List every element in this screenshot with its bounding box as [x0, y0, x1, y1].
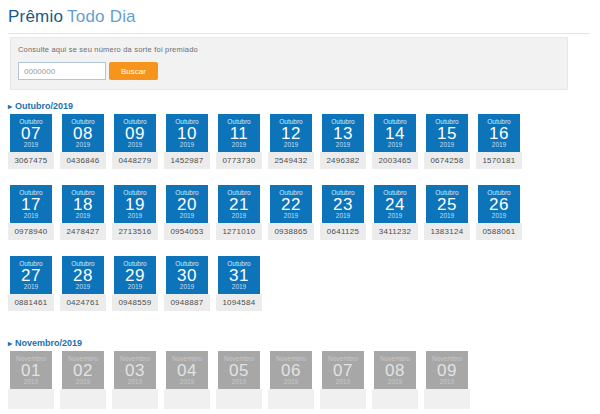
- day-tile[interactable]: Outubro 17 2019: [10, 185, 52, 223]
- day-cell: Outubro 14 2019 2003465: [372, 114, 418, 169]
- day-tile[interactable]: Outubro 18 2019: [62, 185, 104, 223]
- day-tile-year-label: 2019: [128, 141, 142, 149]
- page: PrêmioTodo Dia Consulte aqui se seu núme…: [0, 0, 600, 414]
- day-tile[interactable]: Outubro 24 2019: [374, 185, 416, 223]
- day-tile[interactable]: Outubro 08 2019: [62, 114, 104, 152]
- day-tile[interactable]: Outubro 25 2019: [426, 185, 468, 223]
- day-tile-day-number: 31: [229, 268, 249, 283]
- day-tile-year-label: 2019: [24, 283, 38, 291]
- day-cell: Outubro 12 2019 2549432: [268, 114, 314, 169]
- day-tile-year-label: 2019: [180, 283, 194, 291]
- section-arrow-icon: ▸: [8, 339, 12, 348]
- day-tile-day-number: 12: [281, 126, 301, 141]
- day-cell: Outubro 08 2019 0436846: [60, 114, 106, 169]
- winning-number: 0948559: [112, 294, 158, 311]
- winning-number: [268, 389, 314, 409]
- day-tile-day-number: 07: [21, 126, 41, 141]
- day-tile[interactable]: Outubro 23 2019: [322, 185, 364, 223]
- day-tile[interactable]: Outubro 19 2019: [114, 185, 156, 223]
- day-tile-year-label: 2019: [180, 212, 194, 220]
- day-tile-year-label: 2019: [440, 212, 454, 220]
- day-tile-day-number: 21: [229, 197, 249, 212]
- day-tile[interactable]: Outubro 11 2019: [218, 114, 260, 152]
- day-tile: Novembro 04 2019: [166, 351, 208, 389]
- winning-number: 1452987: [164, 152, 210, 169]
- day-tile-year-label: 2019: [232, 141, 246, 149]
- month-section-heading: ▸ Outubro/2019: [8, 101, 590, 111]
- winning-number: [424, 389, 470, 409]
- search-panel: Consulte aqui se seu número da sorte foi…: [10, 37, 568, 90]
- day-tile[interactable]: Outubro 26 2019: [478, 185, 520, 223]
- day-tile-year-label: 2019: [180, 141, 194, 149]
- day-tile-day-number: 15: [437, 126, 457, 141]
- day-tile[interactable]: Outubro 09 2019: [114, 114, 156, 152]
- day-tile[interactable]: Outubro 27 2019: [10, 256, 52, 294]
- day-cell: Outubro 25 2019 1383124: [424, 185, 470, 240]
- winning-number: 2003465: [372, 152, 418, 169]
- winning-number: [216, 389, 262, 409]
- day-tile-day-number: 14: [385, 126, 405, 141]
- winning-number: 1271010: [216, 223, 262, 240]
- day-tile[interactable]: Outubro 16 2019: [478, 114, 520, 152]
- search-input[interactable]: [18, 62, 106, 80]
- day-tile[interactable]: Outubro 28 2019: [62, 256, 104, 294]
- day-tile[interactable]: Outubro 13 2019: [322, 114, 364, 152]
- day-tile: Novembro 02 2019: [62, 351, 104, 389]
- month-section: ▸ Novembro/2019 Novembro 01 2019 Novembr…: [8, 338, 590, 414]
- day-tile-day-number: 22: [281, 197, 301, 212]
- day-cell: Novembro 04 2019: [164, 351, 210, 409]
- day-cell: Outubro 13 2019 2496382: [320, 114, 366, 169]
- day-tile[interactable]: Outubro 31 2019: [218, 256, 260, 294]
- day-tile[interactable]: Outubro 20 2019: [166, 185, 208, 223]
- day-tile[interactable]: Outubro 07 2019: [10, 114, 52, 152]
- day-tile-day-number: 23: [333, 197, 353, 212]
- winning-number: 2478427: [60, 223, 106, 240]
- day-tile-year-label: 2019: [24, 378, 38, 386]
- day-tile-year-label: 2019: [440, 141, 454, 149]
- day-tile-year-label: 2019: [388, 141, 402, 149]
- winning-number: 2713516: [112, 223, 158, 240]
- day-tile: Novembro 06 2019: [270, 351, 312, 389]
- winning-number: 0773730: [216, 152, 262, 169]
- day-tile-day-number: 06: [281, 363, 301, 378]
- day-tile-year-label: 2019: [24, 212, 38, 220]
- day-tile[interactable]: Outubro 30 2019: [166, 256, 208, 294]
- day-tile-day-number: 29: [125, 268, 145, 283]
- day-cell: Novembro 03 2019: [112, 351, 158, 409]
- day-cell: Outubro 28 2019 0424761: [60, 256, 106, 311]
- day-tile[interactable]: Outubro 21 2019: [218, 185, 260, 223]
- day-cell: Outubro 11 2019 0773730: [216, 114, 262, 169]
- day-tile-day-number: 01: [21, 363, 41, 378]
- day-tile: Novembro 05 2019: [218, 351, 260, 389]
- day-tile-day-number: 08: [73, 126, 93, 141]
- day-tile-year-label: 2019: [128, 283, 142, 291]
- day-tile-day-number: 13: [333, 126, 353, 141]
- day-tile: Novembro 01 2019: [10, 351, 52, 389]
- day-tile[interactable]: Outubro 22 2019: [270, 185, 312, 223]
- day-tile[interactable]: Outubro 15 2019: [426, 114, 468, 152]
- day-tile-day-number: 26: [489, 197, 509, 212]
- search-button[interactable]: Buscar: [109, 62, 158, 80]
- day-tile: Novembro 07 2019: [322, 351, 364, 389]
- day-tile[interactable]: Outubro 10 2019: [166, 114, 208, 152]
- section-arrow-icon: ▸: [8, 102, 12, 111]
- winning-number: 3067475: [8, 152, 54, 169]
- day-tile-day-number: 05: [229, 363, 249, 378]
- winning-number: [112, 389, 158, 409]
- results-sections: ▸ Outubro/2019 Outubro 07 2019 3067475 O…: [8, 101, 590, 414]
- day-tile[interactable]: Outubro 29 2019: [114, 256, 156, 294]
- day-tile[interactable]: Outubro 12 2019: [270, 114, 312, 152]
- day-tile[interactable]: Outubro 14 2019: [374, 114, 416, 152]
- winning-number: 0641125: [320, 223, 366, 240]
- day-tile-year-label: 2019: [336, 212, 350, 220]
- day-tiles-grid: Outubro 07 2019 3067475 Outubro 08 2019 …: [8, 114, 534, 327]
- day-tile: Novembro 08 2019: [374, 351, 416, 389]
- day-cell: Outubro 16 2019 1570181: [476, 114, 522, 169]
- day-cell: Outubro 07 2019 3067475: [8, 114, 54, 169]
- day-cell: Outubro 31 2019 1094584: [216, 256, 262, 311]
- day-cell: Outubro 22 2019 0938865: [268, 185, 314, 240]
- winning-number: 0938865: [268, 223, 314, 240]
- day-tile-year-label: 2019: [492, 141, 506, 149]
- day-tile-day-number: 09: [125, 126, 145, 141]
- day-cell: Novembro 01 2019: [8, 351, 54, 409]
